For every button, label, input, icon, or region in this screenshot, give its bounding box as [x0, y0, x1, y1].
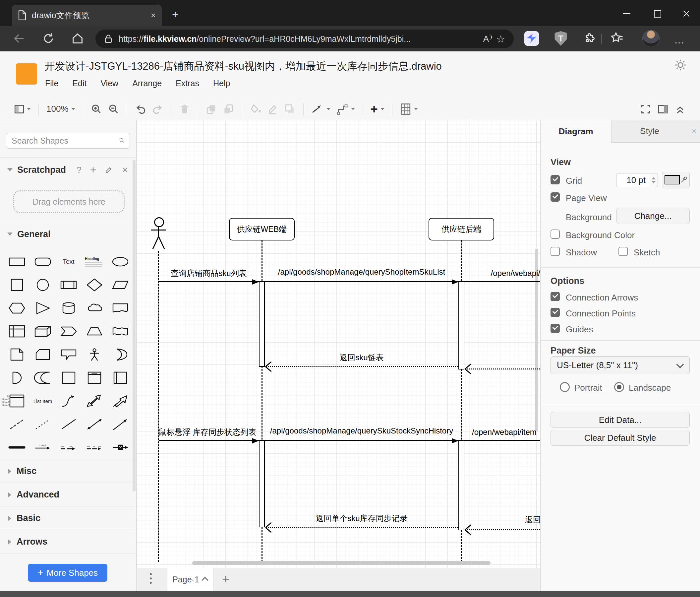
- shape-edge-with-labels[interactable]: [81, 436, 107, 459]
- home-icon[interactable]: [71, 32, 84, 45]
- scratchpad-help-icon[interactable]: ?: [77, 165, 81, 175]
- menu-view[interactable]: View: [100, 79, 118, 88]
- message-label[interactable]: /open/webapi/item: [472, 428, 540, 437]
- participant-backend[interactable]: 供应链后端: [429, 218, 494, 240]
- window-maximize-button[interactable]: [653, 9, 661, 18]
- background-color-checkbox[interactable]: [551, 230, 560, 239]
- shape-rectangle[interactable]: [4, 250, 30, 273]
- theme-toggle-icon[interactable]: [674, 59, 687, 71]
- read-aloud-icon[interactable]: A: [483, 34, 489, 44]
- section-misc[interactable]: Misc: [0, 459, 136, 483]
- shape-cylinder[interactable]: [56, 296, 81, 320]
- scratchpad-add-icon[interactable]: +: [90, 164, 96, 176]
- shape-bidirectional-arrow[interactable]: [81, 389, 107, 413]
- shape-internal-storage[interactable]: [4, 320, 30, 343]
- shape-bidirectional-connector[interactable]: [81, 413, 107, 436]
- delete-icon[interactable]: [179, 102, 190, 116]
- connection-arrows-checkbox[interactable]: [551, 292, 560, 301]
- fullscreen-icon[interactable]: [640, 102, 651, 116]
- landscape-radio[interactable]: [614, 382, 624, 392]
- participant-web[interactable]: 供应链WEB端: [229, 218, 295, 240]
- address-bar[interactable]: https://file.kkview.cn/onlinePreview?url…: [96, 29, 514, 48]
- shape-textbox[interactable]: Heading: [81, 250, 107, 273]
- page-tab[interactable]: Page-1: [167, 568, 214, 591]
- shape-arrow[interactable]: [107, 389, 133, 413]
- shape-and[interactable]: [4, 366, 30, 389]
- shape-document[interactable]: [107, 296, 133, 320]
- tampermonkey-icon[interactable]: T: [553, 31, 568, 46]
- window-minimize-button[interactable]: [622, 9, 631, 18]
- extension-bird-icon[interactable]: [524, 31, 539, 46]
- shape-or[interactable]: [107, 343, 133, 366]
- waypoint-style-button[interactable]: [336, 102, 355, 116]
- shape-triangle[interactable]: [30, 296, 56, 320]
- shape-dotted-line[interactable]: [30, 413, 56, 436]
- scratchpad-dropzone[interactable]: Drag elements here: [13, 190, 125, 213]
- menu-edit[interactable]: Edit: [72, 79, 86, 88]
- shape-tape[interactable]: [107, 320, 133, 343]
- menu-file[interactable]: File: [45, 79, 58, 88]
- menu-help[interactable]: Help: [213, 79, 230, 88]
- browser-menu-icon[interactable]: …: [674, 34, 685, 46]
- zoom-out-icon[interactable]: [108, 102, 119, 116]
- message-label[interactable]: /open/webapi/: [471, 269, 540, 278]
- shape-link[interactable]: [4, 436, 30, 459]
- shape-process[interactable]: [56, 273, 81, 296]
- message-line[interactable]: [464, 440, 540, 441]
- shape-directional-connector[interactable]: [107, 413, 133, 436]
- section-advanced[interactable]: Advanced: [0, 483, 136, 506]
- message-line[interactable]: [159, 281, 259, 282]
- tab-close-icon[interactable]: ×: [151, 11, 156, 20]
- collapse-expand-icon[interactable]: [674, 102, 686, 116]
- section-general[interactable]: General: [0, 227, 136, 241]
- view-panels-button[interactable]: [14, 102, 31, 116]
- scratchpad-close-icon[interactable]: ×: [122, 164, 128, 175]
- shape-dashed-line[interactable]: [4, 413, 30, 436]
- browser-tab[interactable]: drawio文件预览 ×: [12, 5, 162, 26]
- return-label[interactable]: 返回: [525, 515, 540, 525]
- shape-rounded-rectangle[interactable]: [30, 250, 56, 273]
- message-label[interactable]: /api/goods/shopManage/querySkuStockSyncH…: [265, 426, 458, 435]
- guides-checkbox[interactable]: [551, 324, 560, 333]
- line-color-icon[interactable]: [267, 102, 278, 116]
- undo-icon[interactable]: [135, 102, 146, 116]
- shape-trapezoid[interactable]: [81, 320, 107, 343]
- message-label[interactable]: /api/goods/shopManage/queryShopItemSkuLi…: [265, 267, 458, 277]
- pages-menu-icon[interactable]: [150, 573, 152, 584]
- portrait-radio[interactable]: [560, 382, 570, 392]
- search-input[interactable]: [11, 136, 119, 146]
- shape-vertical-container[interactable]: [81, 366, 107, 389]
- page-view-checkbox[interactable]: [551, 192, 560, 202]
- activation-web-2[interactable]: [259, 440, 265, 527]
- format-panel-toggle-icon[interactable]: [657, 102, 669, 116]
- tab-diagram[interactable]: Diagram: [541, 120, 611, 143]
- shape-list-item[interactable]: List Item: [30, 389, 56, 413]
- shape-text[interactable]: Text: [56, 250, 81, 273]
- paper-size-select[interactable]: US-Letter (8,5" x 11"): [551, 356, 690, 374]
- shape-ellipse[interactable]: [107, 250, 133, 273]
- shape-circle[interactable]: [30, 273, 56, 296]
- grid-checkbox[interactable]: [551, 175, 560, 184]
- shape-card[interactable]: [30, 343, 56, 366]
- more-shapes-button[interactable]: + More Shapes: [28, 564, 107, 582]
- to-front-icon[interactable]: [206, 102, 217, 116]
- message-line[interactable]: [464, 281, 540, 282]
- tab-style[interactable]: Style: [611, 120, 688, 143]
- activation-web-1[interactable]: [259, 281, 265, 367]
- shape-cube[interactable]: [30, 320, 56, 343]
- message-label[interactable]: 查询店铺商品sku列表: [159, 268, 258, 279]
- grid-size-stepper[interactable]: [649, 173, 658, 187]
- shape-curve[interactable]: [56, 389, 81, 413]
- insert-button[interactable]: +: [371, 102, 384, 116]
- message-line[interactable]: [159, 440, 259, 441]
- shadow-checkbox[interactable]: [551, 247, 560, 256]
- message-line[interactable]: [265, 281, 458, 282]
- shape-step[interactable]: [56, 320, 81, 343]
- shadow-icon[interactable]: [284, 102, 296, 116]
- fill-color-icon[interactable]: [250, 102, 261, 116]
- activation-backend-1[interactable]: [458, 281, 464, 369]
- extensions-puzzle-icon[interactable]: [582, 31, 597, 46]
- shape-diamond[interactable]: [81, 273, 107, 296]
- horizontal-scrollbar[interactable]: [192, 561, 491, 565]
- activation-backend-2[interactable]: [458, 440, 464, 530]
